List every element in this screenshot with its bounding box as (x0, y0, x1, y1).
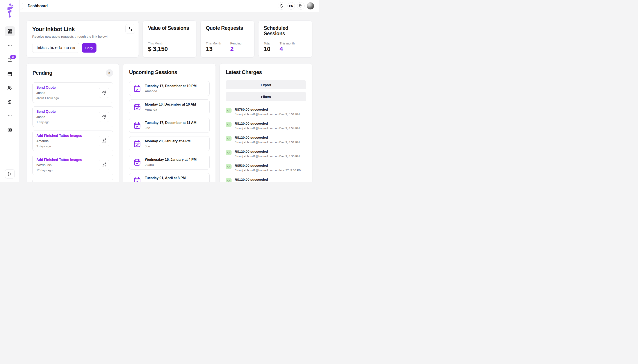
metric-value: $ 3,150 (148, 46, 168, 52)
more-icon (8, 114, 12, 118)
calendar-icon (7, 72, 12, 76)
metric-value: 10 (264, 46, 270, 52)
session-item-name: Amanda (145, 108, 196, 111)
metric-label: This Month (148, 42, 168, 45)
pending-item-title: Send Quote (36, 110, 56, 114)
pending-item[interactable]: Send Quote Joana 1 day ago (33, 106, 113, 127)
stat-title: Scheduled Sessions (264, 26, 307, 36)
pending-action-button[interactable] (99, 136, 109, 146)
pending-item[interactable]: Add Finished Tattoo Images ba2dounis 12 … (33, 154, 113, 175)
charge-item[interactable]: R$120.00 succeeded From j.abboud1@hotmai… (226, 133, 306, 147)
notification-badge: 3 (10, 55, 16, 59)
metric-value: 13 (206, 46, 221, 52)
sidebar-item-more-top[interactable] (5, 41, 15, 50)
pending-item[interactable]: Add Finished Tattoo Images Joana 27 days… (33, 179, 113, 182)
inkbot-link-card: Your Inkbot Link Receive new quote reque… (26, 20, 139, 58)
session-item[interactable]: Monday 20, January at 4 PM Joe (129, 136, 210, 151)
charge-amount-status: R$120.00 succeeded (235, 150, 300, 154)
session-item-title: Monday 16, December at 10 AM (145, 102, 196, 106)
success-check-icon (226, 150, 231, 155)
charge-item[interactable]: R$120.00 succeeded From j.abboud1@hotmai… (226, 119, 306, 133)
metric-label: This Month (206, 42, 221, 45)
sidebar-item-calendar[interactable] (5, 69, 15, 78)
sidebar: 3 (0, 0, 20, 182)
panel-title: Pending (33, 70, 52, 76)
latest-charges-card: Latest Charges Export Filters R$780.00 s… (219, 63, 312, 182)
sidebar-nav: 3 (5, 22, 15, 134)
copy-button[interactable]: Copy (82, 43, 97, 52)
session-item[interactable]: Monday 16, December at 10 AM Amanda (129, 100, 210, 114)
refresh-icon (279, 4, 283, 8)
image-plus-icon (101, 138, 107, 144)
session-item-name: Joana (145, 163, 197, 166)
pending-item-title: Add Finished Tattoo Images (36, 134, 82, 138)
charge-amount-status: R$120.00 succeeded (235, 136, 300, 140)
panel-title: Latest Charges (226, 69, 262, 75)
image-plus-icon (101, 162, 107, 168)
dashboard-icon (7, 29, 12, 34)
session-item[interactable]: Wednesday 15, January at 4 PM Joana (129, 154, 210, 170)
pending-item[interactable]: Add Finished Tattoo Images Amanda 9 days… (33, 130, 113, 151)
success-check-icon (226, 164, 231, 169)
sliders-icon (128, 27, 133, 31)
pending-item-time: 9 days ago (36, 144, 82, 148)
sidebar-item-quotes[interactable]: 3 (5, 55, 15, 64)
session-item-name: Joe (145, 144, 190, 148)
sidebar-item-more-bottom[interactable] (5, 111, 15, 120)
calendar-check-icon (133, 103, 141, 111)
send-icon (102, 114, 107, 119)
clients-icon (7, 85, 13, 90)
charge-item[interactable]: R$780.00 succeeded From j.abboud1@hotmai… (226, 105, 306, 119)
metric-label: Pending (230, 42, 241, 45)
language-label: EN (289, 4, 293, 8)
pending-action-button[interactable] (99, 112, 109, 122)
session-item[interactable]: Tuesday 17, December at 11 AM Joe (129, 118, 210, 133)
logout-button[interactable] (5, 169, 15, 178)
pending-item-name: ba2dounis (36, 163, 82, 167)
session-item[interactable]: Tuesday 01, April at 8 PM Joo (129, 173, 210, 182)
inkbot-link-input[interactable] (32, 43, 79, 53)
theme-toggle-button[interactable] (297, 2, 304, 10)
metric-value-accent: 4 (279, 46, 295, 52)
sidebar-item-payments[interactable] (5, 97, 15, 106)
pending-card: Pending 5 Send Quote Joana about 1 hour … (26, 63, 119, 182)
charge-amount-status: R$530.00 succeeded (235, 164, 301, 168)
send-icon (102, 90, 107, 95)
pending-action-button[interactable] (99, 160, 109, 170)
stat-title: Value of Sessions (148, 26, 191, 31)
calendar-check-icon (133, 121, 141, 130)
sidebar-item-clients[interactable] (5, 83, 15, 92)
pending-action-button[interactable] (99, 88, 109, 98)
sidebar-item-settings[interactable] (5, 125, 15, 134)
filters-button[interactable]: Filters (226, 92, 306, 101)
quote-requests-card: Quote Requests This Month 13 Pending 2 (200, 20, 254, 58)
sidebar-item-dashboard[interactable] (5, 26, 15, 36)
more-icon (8, 43, 12, 48)
metric-label: This month (279, 42, 295, 45)
session-item-title: Tuesday 17, December at 10 PM (145, 84, 197, 88)
session-item-name: Amanda (145, 89, 197, 93)
charge-detail: From j.abboud1@hotmail.com on Dec 9, 4:3… (235, 154, 300, 158)
language-button[interactable]: EN (287, 2, 295, 10)
export-button[interactable]: Export (226, 80, 306, 89)
link-settings-button[interactable] (125, 24, 135, 34)
success-check-icon (226, 136, 231, 141)
pending-item-title: Add Finished Tattoo Images (36, 158, 82, 162)
pending-item-title: Send Quote (36, 86, 59, 90)
refresh-button[interactable] (278, 2, 285, 10)
charge-detail: From j.abboud1@hotmail.com on Dec 9, 5:5… (235, 112, 300, 116)
session-item-name: Joe (145, 126, 196, 130)
session-item[interactable]: Tuesday 17, December at 10 PM Amanda (129, 81, 210, 96)
charge-item[interactable]: R$120.00 succeeded From j.abboud1@hotmai… (226, 147, 306, 161)
success-check-icon (226, 122, 231, 127)
pending-item[interactable]: Send Quote Joana about 1 hour ago (33, 82, 113, 103)
charge-amount-status: R$120.00 succeeded (235, 178, 300, 182)
charge-detail: From j.abboud1@hotmail.com on Dec 9, 4:5… (235, 140, 300, 144)
charge-amount-status: R$780.00 succeeded (235, 108, 300, 112)
charge-item[interactable]: R$530.00 succeeded From j.abboud1@hotmai… (226, 161, 306, 175)
calendar-check-icon (133, 140, 141, 148)
pending-item-time: about 1 hour ago (36, 96, 59, 100)
charge-item[interactable]: R$120.00 succeeded From j.abboud1@hotmai… (226, 175, 306, 182)
avatar[interactable] (307, 2, 314, 10)
pending-item-time: 1 day ago (36, 120, 56, 124)
